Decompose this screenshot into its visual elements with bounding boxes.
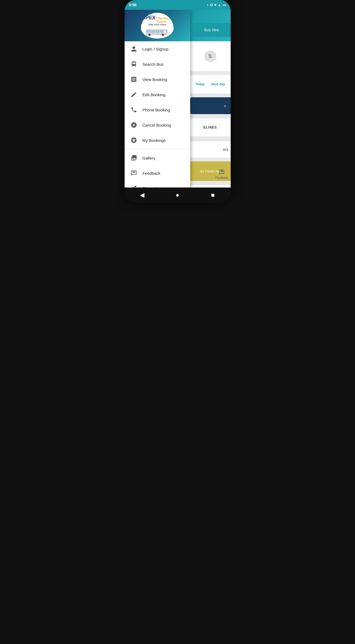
- menu-item-login[interactable]: Login / Signup: [125, 41, 190, 57]
- right-search-area: ⇅: [190, 41, 231, 71]
- home-button[interactable]: ●: [172, 189, 184, 201]
- search-btn-text: s: [224, 104, 226, 108]
- menu-label-login: Login / Signup: [143, 47, 169, 51]
- drawer-menu-list: Login / Signup Search Bus View Booking: [125, 41, 190, 187]
- phone-icon: [130, 106, 138, 114]
- section-divider: [125, 149, 190, 149]
- edit-icon: [130, 91, 138, 98]
- navigation-drawer: APEX Chandra Travels एपेक्स चन्द्रा ट्रे…: [125, 10, 190, 187]
- time: 9:58: [129, 3, 137, 7]
- menu-label-cancel-booking: Cancel Booking: [143, 123, 171, 127]
- bottom-navigation: ◀ ● ■: [125, 187, 231, 203]
- menu-item-my-bookings[interactable]: My Bookings: [125, 133, 190, 148]
- svg-point-9: [163, 34, 163, 35]
- menu-label-view-booking: View Booking: [143, 77, 167, 82]
- menu-item-edit-booking[interactable]: Edit Booking: [125, 87, 190, 102]
- share-icon: [130, 185, 138, 187]
- menu-item-phone-booking[interactable]: Phone Booking: [125, 102, 190, 117]
- right-search-button: s: [190, 97, 231, 114]
- menu-label-my-bookings: My Bookings: [143, 138, 166, 143]
- star-icon: [130, 136, 138, 144]
- menu-item-feedback[interactable]: Feedback: [125, 165, 190, 181]
- back-button[interactable]: ◀: [136, 189, 148, 201]
- right-partial-content: Bus Hire ⇅ Today Next day s ELINES ers: [190, 10, 230, 187]
- right-guidelines: ELINES: [190, 118, 231, 136]
- recent-button[interactable]: ■: [207, 189, 219, 201]
- logo-chandra-text: Chandra Travels: [156, 17, 172, 23]
- menu-item-cancel-booking[interactable]: Cancel Booking: [125, 117, 190, 133]
- bus-icon: [130, 60, 138, 68]
- logo-container: APEX Chandra Travels एपेक्स चन्द्रा ट्रे…: [141, 13, 174, 39]
- right-offers: ers: [190, 141, 231, 158]
- swap-icon: ⇅: [204, 50, 216, 62]
- menu-label-gallery: Gallery: [143, 156, 156, 160]
- menu-item-view-booking[interactable]: View Booking: [125, 72, 190, 87]
- logo-bus-image: [145, 27, 169, 36]
- person-icon: [130, 45, 138, 53]
- svg-rect-11: [166, 29, 168, 32]
- menu-label-phone-booking: Phone Booking: [143, 108, 170, 112]
- cancel-icon: [130, 121, 138, 129]
- logo-apex-text: APEX: [142, 15, 155, 21]
- menu-label-feedback: Feedback: [143, 171, 160, 176]
- svg-point-7: [149, 34, 150, 35]
- phone-frame: 9:58 ▪ ⊙ ▾ ▲ ▭ Bus Hire ⇅ Today: [125, 0, 231, 203]
- menu-item-share-app[interactable]: Share App: [125, 181, 190, 187]
- status-icons: ▪ ⊙ ▾ ▲ ▭: [207, 3, 226, 7]
- wifi-icon: ▾: [214, 3, 216, 7]
- feedback-menu-icon: [130, 169, 138, 177]
- svg-rect-10: [146, 29, 148, 32]
- logo-hindi-text: एपेक्स चन्द्रा ट्रेवल्स: [148, 23, 166, 26]
- notification-icon: ⊙: [210, 3, 213, 7]
- right-feedback-button[interactable]: Feedback: [215, 169, 228, 179]
- next-day-label: Next day: [211, 82, 225, 86]
- svg-rect-4: [156, 30, 159, 33]
- feedback-icon: [219, 169, 225, 175]
- menu-item-gallery[interactable]: Gallery: [125, 150, 190, 165]
- right-updates: tes: [190, 185, 231, 187]
- main-content: Bus Hire ⇅ Today Next day s ELINES ers: [125, 10, 231, 187]
- feedback-btn-label: Feedback: [215, 176, 228, 179]
- right-date-area: Today Next day: [190, 75, 231, 93]
- menu-label-share-app: Share App: [143, 186, 162, 188]
- today-label: Today: [195, 82, 205, 86]
- battery-icon: ▭: [223, 3, 226, 7]
- gallery-icon: [130, 154, 138, 162]
- receipt-icon: [130, 76, 138, 83]
- drawer-header: APEX Chandra Travels एपेक्स चन्द्रा ट्रे…: [125, 10, 190, 41]
- bus-hire-label: Bus Hire: [193, 23, 231, 37]
- sim-icon: ▪: [207, 3, 208, 7]
- menu-item-search-bus[interactable]: Search Bus: [125, 57, 190, 72]
- svg-rect-3: [152, 30, 155, 33]
- svg-rect-5: [160, 30, 164, 33]
- menu-label-search-bus: Search Bus: [143, 62, 164, 67]
- signal-icon: ▲: [218, 3, 221, 7]
- status-bar: 9:58 ▪ ⊙ ▾ ▲ ▭: [125, 0, 231, 10]
- menu-label-edit-booking: Edit Booking: [143, 92, 165, 97]
